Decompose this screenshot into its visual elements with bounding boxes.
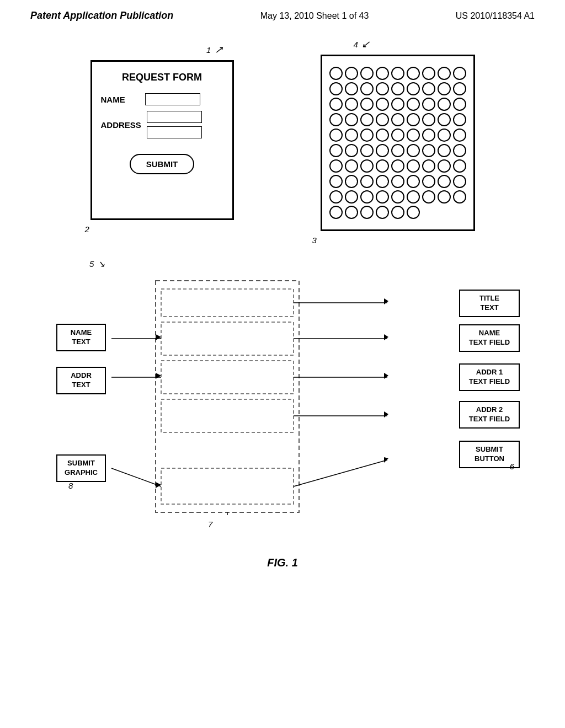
svg-marker-19 — [384, 373, 388, 379]
circle — [360, 190, 374, 204]
circle — [422, 144, 435, 157]
rf-name-label: NAME — [101, 95, 140, 104]
label-4: 4 ↙ — [354, 38, 370, 50]
circle — [345, 190, 358, 204]
circle — [391, 144, 404, 157]
circle — [345, 129, 358, 142]
circle — [391, 190, 404, 204]
svg-marker-20 — [384, 411, 388, 417]
rf-addr-input-2[interactable] — [147, 126, 202, 138]
circle — [360, 67, 374, 80]
circle — [376, 113, 389, 126]
diagram-area: 5 ↘ — [45, 259, 520, 545]
circle — [376, 129, 389, 142]
circle — [360, 206, 374, 219]
svg-line-9 — [111, 468, 161, 486]
circle — [422, 175, 435, 188]
circle — [376, 144, 389, 157]
circle — [407, 144, 420, 157]
left-submit-graphic-box: SUBMITGRAPHIC — [56, 454, 106, 482]
svg-marker-22 — [156, 334, 161, 340]
circle — [391, 82, 404, 95]
circle — [438, 67, 451, 80]
rf-name-row: NAME — [101, 93, 223, 105]
circle — [360, 159, 374, 173]
circle — [345, 67, 358, 80]
request-form-container: 1 ↗ REQUEST FORM NAME ADDRESS SUBMIT — [90, 60, 234, 220]
label-1: 1 ↗ — [206, 44, 223, 56]
circle — [345, 159, 358, 173]
circle — [360, 175, 374, 188]
circle — [376, 206, 389, 219]
circle — [376, 159, 389, 173]
label-3: 3 — [312, 235, 317, 245]
right-addr1-text-field-box: ADDR 1TEXT FIELD — [459, 363, 520, 391]
circle — [345, 175, 358, 188]
circle — [407, 175, 420, 188]
svg-rect-2 — [161, 322, 294, 355]
circle — [453, 129, 466, 142]
circle — [391, 98, 404, 111]
rf-submit-area: SUBMIT — [101, 154, 223, 174]
circle — [329, 175, 343, 188]
circle — [407, 82, 420, 95]
rf-addr-row: ADDRESS — [101, 111, 223, 138]
patent-number: US 2010/118354 A1 — [456, 11, 535, 21]
circle — [329, 144, 343, 157]
rf-title: REQUEST FORM — [101, 72, 223, 83]
svg-marker-18 — [384, 334, 388, 340]
label-6: 6 — [510, 462, 514, 471]
circle — [438, 190, 451, 204]
circle — [407, 129, 420, 142]
svg-marker-23 — [156, 373, 161, 379]
top-diagram-section: 1 ↗ REQUEST FORM NAME ADDRESS SUBMIT — [0, 22, 565, 580]
circle — [329, 206, 343, 219]
circle — [407, 206, 420, 219]
top-diagram: 1 ↗ REQUEST FORM NAME ADDRESS SUBMIT — [30, 49, 535, 231]
circle — [453, 98, 466, 111]
circle — [438, 129, 451, 142]
svg-marker-24 — [156, 482, 161, 488]
circle — [345, 206, 358, 219]
circle — [453, 159, 466, 173]
rf-addr-input-1[interactable] — [147, 111, 202, 123]
circle — [345, 113, 358, 126]
svg-rect-5 — [161, 468, 294, 504]
circle — [438, 175, 451, 188]
circle — [329, 159, 343, 173]
circle — [329, 98, 343, 111]
circle — [407, 159, 420, 173]
rf-name-input[interactable] — [145, 93, 200, 105]
circle — [376, 82, 389, 95]
circle — [453, 190, 466, 204]
label-5: 5 ↘ — [89, 259, 105, 269]
circle — [407, 190, 420, 204]
circle — [329, 190, 343, 204]
grid-panel — [321, 55, 475, 231]
circle — [345, 98, 358, 111]
svg-line-16 — [294, 460, 387, 486]
circle — [360, 82, 374, 95]
circle — [376, 98, 389, 111]
svg-rect-3 — [161, 361, 294, 394]
circle — [329, 129, 343, 142]
diagram-lines-svg — [45, 259, 520, 545]
circle — [391, 175, 404, 188]
header: Patent Application Publication May 13, 2… — [0, 0, 565, 22]
fig-label: FIG. 1 — [30, 556, 535, 569]
circle — [422, 82, 435, 95]
right-addr2-text-field-box: ADDR 2TEXT FIELD — [459, 401, 520, 429]
rf-submit-button[interactable]: SUBMIT — [130, 154, 195, 174]
circle — [438, 82, 451, 95]
rf-addr-inputs — [147, 111, 202, 138]
circle — [360, 144, 374, 157]
label-7: 7 — [208, 520, 212, 529]
circle — [329, 67, 343, 80]
circle — [345, 144, 358, 157]
circle — [360, 98, 374, 111]
circle — [407, 98, 420, 111]
circle — [376, 67, 389, 80]
circle — [438, 113, 451, 126]
sheet-info: May 13, 2010 Sheet 1 of 43 — [260, 11, 369, 21]
right-name-text-field-box: NAMETEXT FIELD — [459, 324, 520, 352]
